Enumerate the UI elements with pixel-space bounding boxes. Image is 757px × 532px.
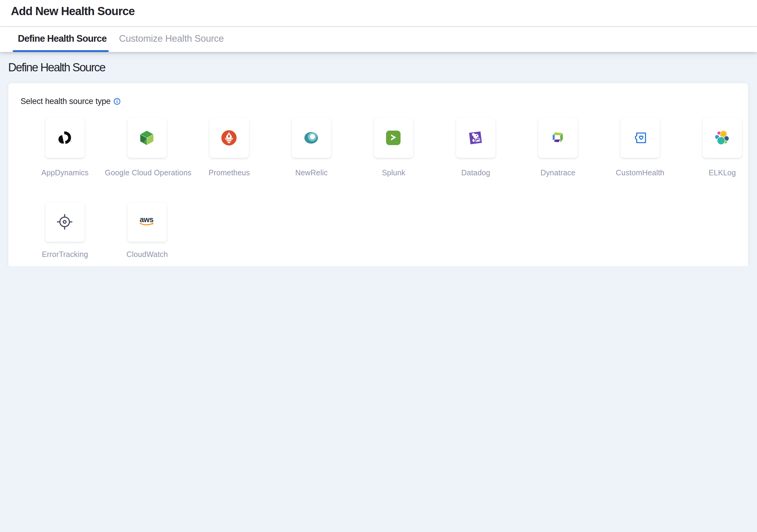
svg-text:aws: aws bbox=[140, 216, 153, 224]
